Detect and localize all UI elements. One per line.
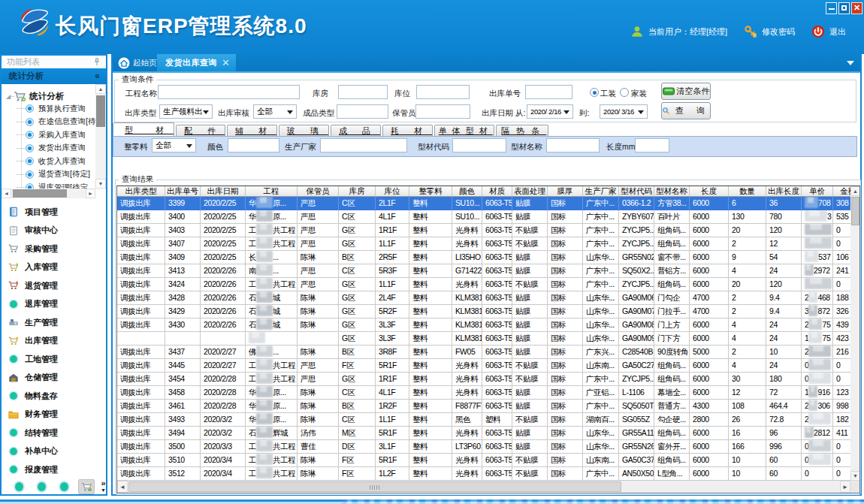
outbound-type-combo[interactable]: 生产领料出库 [159,104,213,119]
table-row[interactable]: 调拨出库34002020/2/25华原...严思C区4L1F整料SU10...6… [117,210,860,224]
table-row[interactable]: 调拨出库34072020/2/25工共工程严思G区1L1F整料光身料6063-T… [117,237,860,251]
table-row[interactable]: 调拨出库34092020/2/25长...陈琳B区2R5F整料LI35HO606… [117,251,860,264]
scroll-right-icon[interactable]: ► [840,481,850,493]
date-from-picker[interactable]: 2020/ 2/16 [527,104,573,119]
tree-horizontal-scrollbar[interactable]: ◄ ► [2,189,95,198]
tree-item[interactable]: 在途信息查询[待 [2,116,95,129]
scroll-right-icon[interactable]: ► [86,189,95,198]
table-row[interactable]: 调拨出库35002020/3/3工共工程曹佳D区3L1F整料LT3P606063… [117,440,860,454]
tree-root[interactable]: ◢ -- 统计分析 [3,89,64,103]
collapse-icon[interactable]: « [95,68,100,84]
scroll-down-icon[interactable]: ▼ [850,471,860,481]
table-row[interactable]: G区3L3F整料KLM38176063-T5贴膜国标山东华...GA90M09.… [117,332,860,346]
material-tab-4[interactable]: 玻璃 [279,125,329,136]
table-row[interactable]: 调拨出库34372020/2/27佛...陈琳B区3R8F整料FW056063-… [117,346,860,359]
column-header[interactable]: 库房 [339,186,376,196]
sidebar-item-9[interactable]: 工地管理 [2,350,106,369]
manufacturer-input[interactable] [320,138,407,152]
tab-home[interactable]: 起始页 [114,54,160,71]
sidebar-item-2[interactable]: 审核中心 [2,222,106,240]
scroll-left-icon[interactable]: ◄ [2,189,11,198]
column-header[interactable]: 单价 [802,186,833,196]
results-grid[interactable]: 出库类型出库单号出库日期工程保管员库房库位整零料颜色材质表面处理膜厚生产厂家型材… [116,186,860,493]
sidebar-item-1[interactable]: 项目管理 [2,203,106,222]
search-button[interactable]: 查 询 [661,102,711,119]
sidebar-item-12[interactable]: 财务管理 [2,406,106,424]
table-row[interactable]: 调拨出库34292020/2/26石城陈琳G区5R2F整料KLM38176063… [117,305,860,318]
column-header[interactable]: 库位 [376,186,409,196]
date-to-picker[interactable]: 2020/ 3/16 [600,104,648,119]
tree-item[interactable]: 收货入库查询 [2,155,86,168]
grid-vertical-scrollbar[interactable]: ▲ ▼ [850,186,860,481]
vscroll-thumb[interactable] [851,197,859,225]
sidebar-item-5[interactable]: 退货管理 [2,276,106,295]
table-row[interactable]: 调拨出库34032020/2/25工共工程严思G区1R1F整料光身料6063-T… [117,224,860,237]
sidebar-item-3[interactable]: 采购管理 [2,240,106,258]
accordion-overflow-button[interactable]: »▼ [101,480,106,493]
column-header[interactable]: 颜色 [452,186,482,196]
logout-link[interactable]: 退出 [829,26,846,38]
color-input[interactable] [228,138,279,152]
column-header[interactable]: 工程 [246,186,298,196]
tab-close-icon[interactable]: ✕ [222,58,230,68]
column-header[interactable]: 出库类型 [117,186,165,196]
column-header[interactable]: 膜厚 [548,186,583,196]
close-button[interactable]: ✕ [851,2,862,14]
tree-item[interactable]: 采购入库查询 [2,128,86,142]
sidebar-item-11[interactable]: 物料盘存 [2,387,106,406]
column-header[interactable]: 长度 [690,186,729,196]
grid-horizontal-scrollbar[interactable]: ◄ ► [117,481,850,493]
sidebar-item-13[interactable]: 结转管理 [2,424,106,442]
column-header[interactable]: 出库日期 [201,186,246,196]
minimize-button[interactable] [826,2,837,14]
material-tab-8[interactable]: 隔热条 [496,125,548,136]
keeper-input[interactable] [415,104,470,119]
sidebar-item-6[interactable]: 退库管理 [2,295,106,314]
sidebar-item-10[interactable]: 仓储管理 [2,369,106,388]
dot-icon[interactable] [15,482,23,491]
material-tab-7[interactable]: 单体型材 [434,125,494,136]
project-name-input[interactable] [158,85,300,99]
table-row[interactable]: 调拨出库34452020/2/27工共工程严思F区5R1F整料光身料6063-T… [117,359,860,373]
table-row[interactable]: 调拨出库34612020/2/28华原...陈琳B区1R2F整料F8877FT6… [117,400,860,413]
sidebar-section-header[interactable]: 统计分析 « [2,68,106,84]
column-header[interactable]: 型材名称 [654,186,690,196]
warehouse-input[interactable] [338,85,388,99]
whole-material-combo[interactable]: 全部 [152,138,196,152]
sidebar-item-7[interactable]: 生产管理 [2,313,106,332]
column-header[interactable]: 出库长度 [766,186,802,196]
table-row[interactable]: 调拨出库34282020/2/26石城陈琳G区2L4F整料KLM38176063… [117,291,860,305]
sidebar-item-15[interactable]: 报废管理 [2,460,106,479]
audit-combo[interactable]: 全部 [253,104,297,119]
profile-code-input[interactable] [452,138,506,152]
material-tab-2[interactable]: 配件 [176,125,225,136]
table-row[interactable]: 调拨出库34542020/2/28工共工程严思G区1R1F整料光身料6063-T… [117,373,860,386]
change-password-link[interactable]: 修改密码 [762,26,795,38]
column-header[interactable]: 生产厂家 [583,186,619,196]
order-no-input[interactable] [525,85,572,99]
scroll-up-icon[interactable]: ▲ [850,186,860,196]
column-header[interactable]: 表面处理 [512,186,548,196]
material-tab-5[interactable]: 成品 [331,125,381,136]
tree-vscroll-thumb[interactable] [96,95,105,127]
column-header[interactable]: 整零料 [409,186,452,196]
sidebar-item-4[interactable]: 入库管理 [2,258,106,277]
sidebar-item-14[interactable]: 补单中心 [2,442,106,461]
maximize-button[interactable] [838,2,850,14]
material-tab-1[interactable]: 型材 [113,122,174,136]
scroll-up-icon[interactable]: ▲ [95,84,106,94]
column-header[interactable]: 数量 [729,186,766,196]
dot-icon[interactable] [60,482,68,491]
column-header[interactable]: 保管员 [298,186,339,196]
table-row[interactable]: 调拨出库34942020/3/2石辉城汤伟M区5R1F整料光身料6063-T5贴… [117,427,860,440]
radio-industrial[interactable] [590,88,599,97]
pin-icon[interactable] [92,57,101,67]
product-type-input[interactable] [337,104,388,119]
table-row[interactable]: 调拨出库34302020/2/26石城陈琳G区3L3F整料KLM38176063… [117,318,860,332]
table-row[interactable]: 调拨出库33992020/2/25华原...严思C区2L1F整料SU10...6… [117,197,860,210]
column-header[interactable]: 型材代码 [619,186,654,196]
location-input[interactable] [416,85,470,99]
tab-list-dropdown-icon[interactable] [847,61,854,65]
tree-item[interactable]: 预算执行查询 [2,102,86,116]
scroll-down-icon[interactable]: ▼ [95,179,106,189]
